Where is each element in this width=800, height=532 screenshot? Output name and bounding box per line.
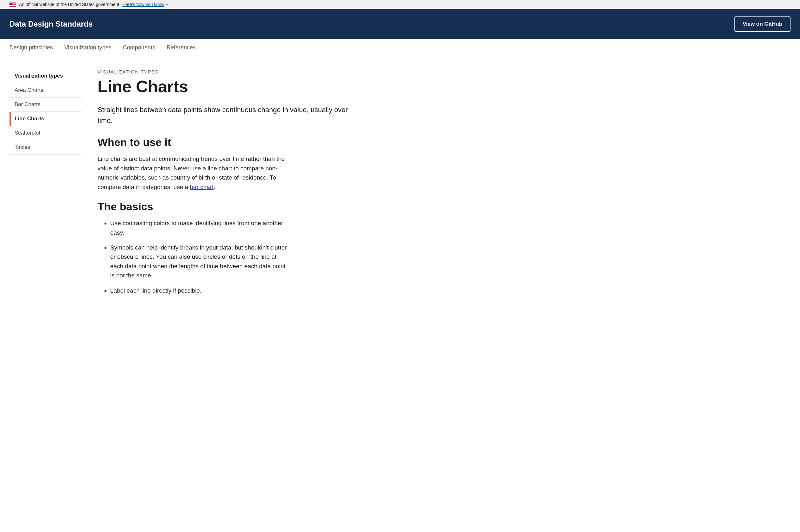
svg-rect-5 [9, 5, 16, 6]
basics-list-item: Label each line directly if possible. [110, 286, 288, 295]
intro-text: Straight lines between data points show … [98, 104, 357, 126]
primary-nav: Design principles Visualization types Co… [0, 39, 800, 56]
sidebar: Visualization types Area Charts Bar Char… [9, 69, 82, 301]
sidebar-item-bar-charts[interactable]: Bar Charts [9, 97, 82, 112]
svg-rect-7 [9, 2, 12, 5]
chevron-down-icon [166, 2, 169, 7]
site-title[interactable]: Data Design Standards [9, 20, 93, 28]
gov-banner-text: An official website of the United States… [19, 2, 119, 7]
when-to-use-text: Line charts are best at communicating tr… [98, 154, 288, 192]
nav-components[interactable]: Components [123, 39, 155, 56]
basics-list-item: Use contrasting colors to make identifyi… [110, 218, 288, 237]
page-container: Visualization types Area Charts Bar Char… [0, 56, 800, 314]
nav-references[interactable]: References [167, 39, 196, 56]
svg-rect-6 [9, 6, 16, 6]
page-title: Line Charts [98, 78, 357, 96]
sidebar-item-tables[interactable]: Tables [9, 140, 82, 154]
gov-banner-toggle-label: Here's how you know [122, 2, 164, 7]
us-flag-icon [9, 2, 16, 7]
basics-list: Use contrasting colors to make identifyi… [98, 218, 288, 295]
bar-chart-link[interactable]: bar chart [190, 184, 214, 190]
svg-rect-4 [9, 5, 16, 5]
nav-visualization-types[interactable]: Visualization types [64, 39, 112, 56]
nav-design-principles[interactable]: Design principles [9, 39, 53, 56]
when-to-use-heading: When to use it [98, 136, 357, 149]
main-content: VISUALIZATION TYPES Line Charts Straight… [98, 69, 357, 301]
eyebrow-label: VISUALIZATION TYPES [98, 69, 357, 74]
sidebar-item-line-charts[interactable]: Line Charts [9, 112, 82, 126]
sidebar-item-area-charts[interactable]: Area Charts [9, 83, 82, 97]
basics-list-item: Symbols can help identify breaks in your… [110, 243, 288, 280]
when-text-after: . [214, 184, 215, 190]
gov-banner-toggle[interactable]: Here's how you know [122, 2, 169, 7]
sidebar-item-visualization-types[interactable]: Visualization types [9, 69, 82, 83]
basics-heading: The basics [98, 201, 357, 213]
sidebar-item-scatterplot[interactable]: Scatterplot [9, 126, 82, 140]
site-header: Data Design Standards View on GitHub [0, 9, 800, 39]
gov-banner: An official website of the United States… [0, 0, 800, 9]
view-on-github-button[interactable]: View on GitHub [735, 17, 791, 32]
